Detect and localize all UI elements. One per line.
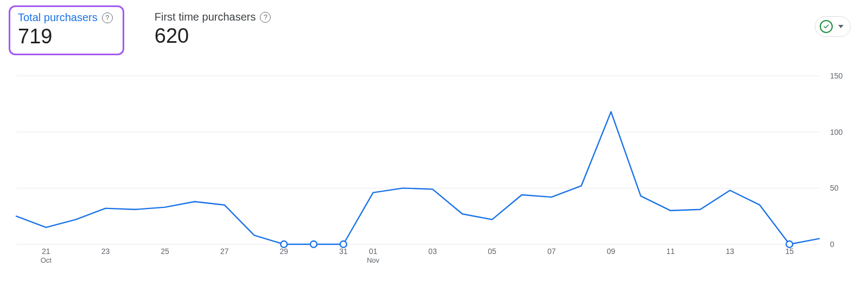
kpi-first-value: 620	[155, 24, 271, 48]
svg-point-9	[310, 241, 317, 248]
kpi-total-purchasers[interactable]: Total purchasers ? 719	[9, 5, 124, 55]
svg-text:150: 150	[830, 71, 843, 80]
kpi-total-value: 719	[18, 25, 113, 48]
help-icon[interactable]: ?	[260, 12, 271, 23]
kpi-first-label: First time purchasers	[155, 11, 256, 23]
kpi-total-label: Total purchasers	[18, 11, 98, 24]
svg-text:23: 23	[101, 247, 110, 256]
help-icon[interactable]: ?	[102, 12, 113, 23]
svg-text:07: 07	[547, 247, 556, 256]
svg-text:0: 0	[830, 240, 834, 249]
svg-text:09: 09	[607, 247, 616, 256]
svg-text:25: 25	[161, 247, 169, 256]
svg-text:13: 13	[726, 247, 735, 256]
status-dropdown[interactable]	[815, 16, 851, 37]
svg-text:Oct: Oct	[41, 256, 52, 264]
purchasers-line-chart: 05010015021Oct232527293101Nov03050709111…	[11, 76, 852, 266]
svg-text:100: 100	[830, 128, 843, 136]
svg-text:29: 29	[280, 247, 289, 256]
svg-text:31: 31	[339, 247, 348, 256]
chevron-down-icon	[838, 25, 844, 28]
svg-text:50: 50	[830, 184, 839, 192]
svg-text:11: 11	[666, 247, 675, 256]
svg-text:01: 01	[369, 247, 378, 256]
kpi-first-time-purchasers[interactable]: First time purchasers ? 620	[146, 5, 282, 54]
svg-text:Nov: Nov	[367, 256, 380, 264]
svg-text:27: 27	[220, 247, 229, 256]
svg-text:21: 21	[42, 247, 50, 256]
svg-text:15: 15	[785, 247, 794, 256]
svg-text:05: 05	[488, 247, 496, 256]
status-check-icon	[820, 20, 833, 33]
svg-text:03: 03	[429, 247, 437, 256]
